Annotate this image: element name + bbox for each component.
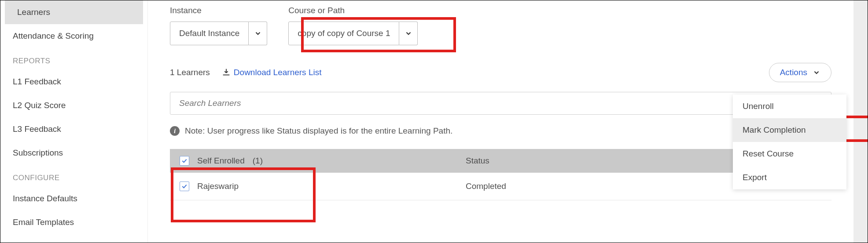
select-all-checkbox[interactable] <box>180 156 189 166</box>
actions-button[interactable]: Actions <box>769 63 831 82</box>
table-header: Self Enrolled (1) Status <box>170 149 831 173</box>
course-dropdown[interactable]: copy of copy of Course 1 <box>288 22 418 45</box>
sidebar-item-l2-quiz-score[interactable]: L2 Quiz Score <box>0 94 147 117</box>
group-label: Self Enrolled <box>197 156 245 166</box>
sidebar-item-learners[interactable]: Learners <box>5 0 143 24</box>
instance-label: Instance <box>170 6 267 15</box>
menu-item-mark-completion[interactable]: Mark Completion <box>733 118 846 142</box>
sidebar-item-attendance-scoring[interactable]: Attendance & Scoring <box>0 24 147 48</box>
learner-name: Rajeswarip <box>197 181 239 191</box>
menu-item-unenroll[interactable]: Unenroll <box>733 94 846 118</box>
download-icon <box>221 68 231 77</box>
sidebar-section-configure: CONFIGURE <box>0 165 147 187</box>
list-toolbar: 1 Learners Download Learners List Action… <box>170 63 831 82</box>
info-icon: i <box>170 126 180 136</box>
sidebar: Learners Attendance & Scoring REPORTS L1… <box>0 0 148 243</box>
course-value: copy of copy of Course 1 <box>288 22 399 45</box>
menu-item-reset-course[interactable]: Reset Course <box>733 142 846 166</box>
table-row: Rajeswarip Completed <box>170 173 831 200</box>
sidebar-item-instance-defaults[interactable]: Instance Defaults <box>0 187 147 210</box>
course-filter: Course or Path copy of copy of Course 1 <box>288 6 418 45</box>
right-gutter <box>853 0 868 243</box>
search-input[interactable] <box>170 92 831 115</box>
sidebar-item-email-templates[interactable]: Email Templates <box>0 210 147 234</box>
chevron-down-icon[interactable] <box>399 22 418 45</box>
course-label: Course or Path <box>288 6 418 15</box>
row-checkbox[interactable] <box>180 181 189 191</box>
instance-dropdown[interactable]: Default Instance <box>170 22 267 45</box>
download-link-label: Download Learners List <box>234 68 322 77</box>
chevron-down-icon[interactable] <box>249 22 267 45</box>
sidebar-item-l3-feedback[interactable]: L3 Feedback <box>0 117 147 141</box>
instance-filter: Instance Default Instance <box>170 6 267 45</box>
learners-count: 1 Learners <box>170 68 210 77</box>
actions-menu: Unenroll Mark Completion Reset Course Ex… <box>733 94 846 189</box>
download-learners-link[interactable]: Download Learners List <box>221 68 322 77</box>
sidebar-section-reports: REPORTS <box>0 48 147 70</box>
group-count: (1) <box>253 156 263 166</box>
menu-item-export[interactable]: Export <box>733 166 846 189</box>
actions-label: Actions <box>780 68 807 77</box>
chevron-down-icon <box>813 69 820 76</box>
note-text: Note: User progress like Status displaye… <box>185 126 452 136</box>
note-row: i Note: User progress like Status displa… <box>170 126 831 136</box>
sidebar-item-l1-feedback[interactable]: L1 Feedback <box>0 70 147 94</box>
instance-value: Default Instance <box>170 22 249 45</box>
sidebar-item-subscriptions[interactable]: Subscriptions <box>0 141 147 165</box>
